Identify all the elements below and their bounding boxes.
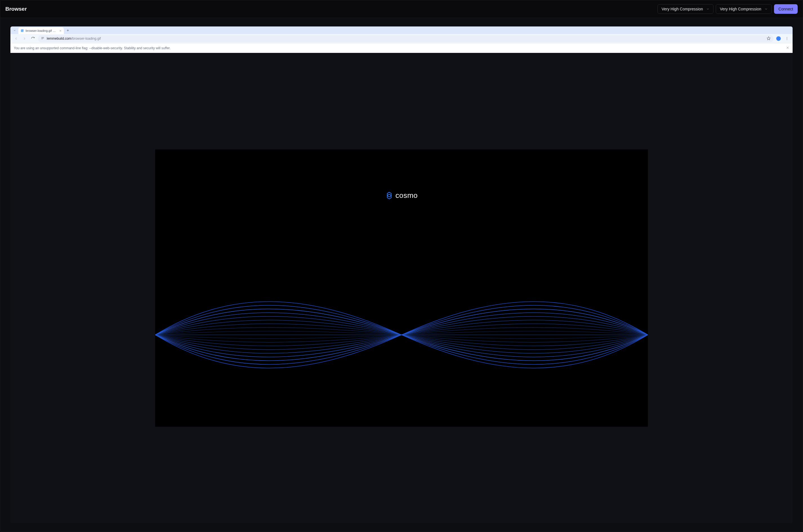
tab-title: browser-loading.gif (128… (25, 29, 57, 32)
app-title: Browser (5, 6, 27, 12)
svg-point-11 (787, 38, 787, 39)
tab-close-button[interactable] (58, 29, 62, 33)
nav-forward-button[interactable] (21, 35, 28, 42)
loading-image: cosmo (155, 150, 648, 426)
svg-rect-0 (21, 30, 24, 32)
wave-graphic (155, 271, 648, 399)
svg-marker-9 (767, 37, 770, 40)
bookmark-star-icon[interactable] (767, 36, 771, 41)
browser-stage: browser-loading.gif (128… (0, 18, 803, 532)
svg-marker-16 (387, 194, 391, 199)
cosmo-mark-icon (385, 191, 393, 199)
chrome-menu-button[interactable] (784, 35, 790, 42)
tab-search-button[interactable] (12, 27, 17, 33)
reload-button[interactable] (30, 35, 36, 42)
cosmo-logo-text: cosmo (395, 191, 417, 200)
chrome-toolbar: lemmebuild.com/browser-loading.gif (11, 34, 792, 43)
svg-point-12 (787, 39, 787, 40)
svg-point-1 (22, 30, 22, 31)
page-viewport: cosmo (11, 53, 792, 523)
connect-button[interactable]: Connect (774, 4, 798, 14)
profile-button[interactable] (775, 35, 782, 42)
infobar-message: You are using an unsupported command-lin… (14, 46, 171, 50)
url-domain: lemmebuild.com (47, 37, 71, 40)
chrome-infobar: You are using an unsupported command-lin… (11, 43, 792, 53)
nav-back-button[interactable] (13, 35, 19, 42)
compression-select-2-label: Very High Compression (720, 7, 761, 11)
svg-marker-15 (387, 192, 391, 197)
compression-select-1-label: Very High Compression (662, 7, 703, 11)
address-bar[interactable]: lemmebuild.com/browser-loading.gif (38, 35, 773, 42)
site-info-icon[interactable] (41, 36, 44, 41)
chevron-down-icon (764, 7, 768, 11)
svg-point-10 (787, 37, 787, 38)
new-tab-button[interactable] (65, 27, 71, 34)
url-path: /browser-loading.gif (71, 37, 101, 40)
cosmo-logo: cosmo (385, 191, 417, 200)
chrome-tabstrip: browser-loading.gif (128… (11, 26, 792, 34)
browser-tab[interactable]: browser-loading.gif (128… (18, 27, 64, 34)
compression-select-2[interactable]: Very High Compression (716, 4, 772, 14)
compression-select-1[interactable]: Very High Compression (657, 4, 713, 14)
chevron-down-icon (706, 7, 710, 11)
infobar-close-button[interactable] (786, 46, 789, 50)
image-favicon-icon (21, 29, 24, 32)
avatar-icon (776, 36, 781, 41)
chrome-window: browser-loading.gif (128… (11, 26, 792, 523)
app-header: Browser Very High Compression Very High … (0, 0, 803, 18)
